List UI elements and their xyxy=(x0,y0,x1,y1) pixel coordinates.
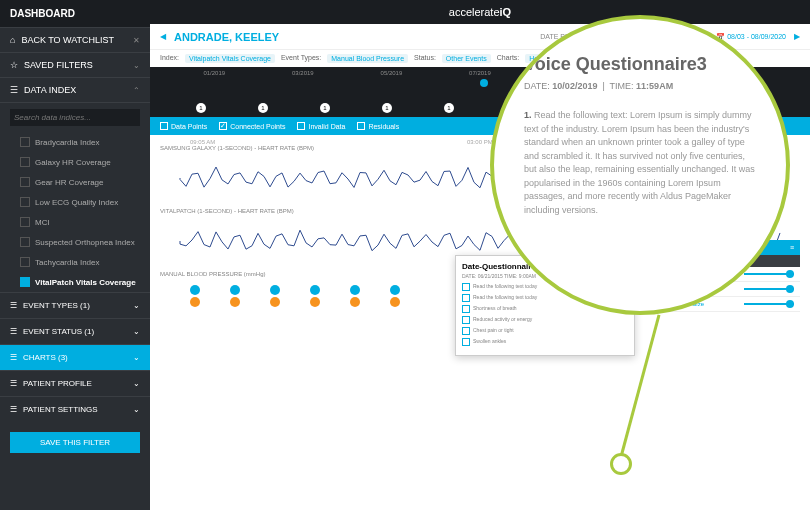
index-item[interactable]: Bradycardia Index xyxy=(0,132,150,152)
date-range[interactable]: 📅 08/03 - 08/09/2020 xyxy=(716,33,786,41)
timeline-dot[interactable]: 1 xyxy=(382,103,392,113)
save-filter-button[interactable]: SAVE THIS FILTER xyxy=(10,432,140,453)
brand-bar: accelerateiQ xyxy=(150,0,810,24)
saved-filters[interactable]: ☆ SAVED FILTERS ⌄ xyxy=(0,53,150,78)
data-index-header[interactable]: ☰ DATA INDEX ⌃ xyxy=(0,78,150,103)
tag-index[interactable]: Vitalpatch Vitals Coverage xyxy=(185,54,275,63)
popup-question[interactable]: Reduced activity or energy xyxy=(462,316,628,324)
chevron-right-icon[interactable]: ▶ xyxy=(794,32,800,41)
timeline-dot[interactable]: 1 xyxy=(444,103,454,113)
timeline-marker[interactable] xyxy=(480,79,488,87)
bp-diastolic-dot[interactable] xyxy=(310,297,320,307)
zoom-meta: DATE: 10/02/2019 | TIME: 11:59AM xyxy=(524,81,756,91)
category-item[interactable]: ☰EVENT STATUS (1)⌄ xyxy=(0,318,150,344)
category-item[interactable]: ☰PATIENT SETTINGS⌄ xyxy=(0,396,150,422)
bp-systolic-dot[interactable] xyxy=(350,285,360,295)
zoom-body: 1. Read the following text: Lorem Ipsum … xyxy=(524,109,756,217)
sidebar: DASHBOARD ⌂ BACK TO WATCHLIST ✕ ☆ SAVED … xyxy=(0,0,150,510)
category-item[interactable]: ☰PATIENT PROFILE⌄ xyxy=(0,370,150,396)
bp-systolic-dot[interactable] xyxy=(190,285,200,295)
chevron-down-icon: ⌄ xyxy=(133,61,140,70)
zoom-title: Voice Questionnaire3 xyxy=(524,54,756,75)
bp-diastolic-dot[interactable] xyxy=(350,297,360,307)
bp-systolic-dot[interactable] xyxy=(390,285,400,295)
index-item[interactable]: Galaxy HR Coverage xyxy=(0,152,150,172)
bp-systolic-dot[interactable] xyxy=(310,285,320,295)
control-checkbox[interactable]: Connected Points xyxy=(219,122,285,130)
bp-diastolic-dot[interactable] xyxy=(390,297,400,307)
index-item[interactable]: Low ECG Quality Index xyxy=(0,192,150,212)
bp-systolic-dot[interactable] xyxy=(270,285,280,295)
tag-status[interactable]: Other Events xyxy=(442,54,491,63)
index-item[interactable]: VitalPatch Vitals Coverage xyxy=(0,272,150,292)
back-to-watchlist[interactable]: ⌂ BACK TO WATCHLIST ✕ xyxy=(0,28,150,53)
popup-question[interactable]: Swollen ankles xyxy=(462,338,628,346)
callout-ring xyxy=(610,453,632,475)
index-item[interactable]: Gear HR Coverage xyxy=(0,172,150,192)
control-checkbox[interactable]: Invalid Data xyxy=(297,122,345,130)
control-checkbox[interactable]: Residuals xyxy=(357,122,399,130)
layers-icon[interactable]: ≡ xyxy=(790,244,794,251)
sidebar-title: DASHBOARD xyxy=(0,0,150,28)
control-checkbox[interactable]: Data Points xyxy=(160,122,207,130)
bp-diastolic-dot[interactable] xyxy=(230,297,240,307)
home-icon: ⌂ xyxy=(10,35,15,45)
size-slider[interactable] xyxy=(744,288,794,290)
tag-types[interactable]: Manual Blood Pressure xyxy=(327,54,408,63)
index-item[interactable]: Tachycardia Index xyxy=(0,252,150,272)
index-item[interactable]: MCI xyxy=(0,212,150,232)
index-item[interactable]: Suspected Orthopnea Index xyxy=(0,232,150,252)
search-wrap xyxy=(0,103,150,132)
popup-question[interactable]: Chest pain or tight xyxy=(462,327,628,335)
chevron-up-icon: ⌃ xyxy=(133,86,140,95)
timeline-dot[interactable]: 1 xyxy=(258,103,268,113)
bp-diastolic-dot[interactable] xyxy=(190,297,200,307)
zoom-callout: Voice Questionnaire3 DATE: 10/02/2019 | … xyxy=(490,15,790,315)
patient-name: ANDRADE, KEELEY xyxy=(174,31,279,43)
chevron-left-icon[interactable]: ◀ xyxy=(160,32,166,41)
size-slider[interactable] xyxy=(744,273,794,275)
star-icon: ☆ xyxy=(10,60,18,70)
bp-systolic-dot[interactable] xyxy=(230,285,240,295)
search-input[interactable] xyxy=(10,109,140,126)
timeline-dot[interactable]: 1 xyxy=(196,103,206,113)
sliders-icon: ☰ xyxy=(10,85,18,95)
size-slider[interactable] xyxy=(744,303,794,305)
bp-diastolic-dot[interactable] xyxy=(270,297,280,307)
category-item[interactable]: ☰EVENT TYPES (1)⌄ xyxy=(0,292,150,318)
close-icon[interactable]: ✕ xyxy=(133,36,140,45)
category-item[interactable]: ☰CHARTS (3)⌄ xyxy=(0,344,150,370)
timeline-dot[interactable]: 1 xyxy=(320,103,330,113)
